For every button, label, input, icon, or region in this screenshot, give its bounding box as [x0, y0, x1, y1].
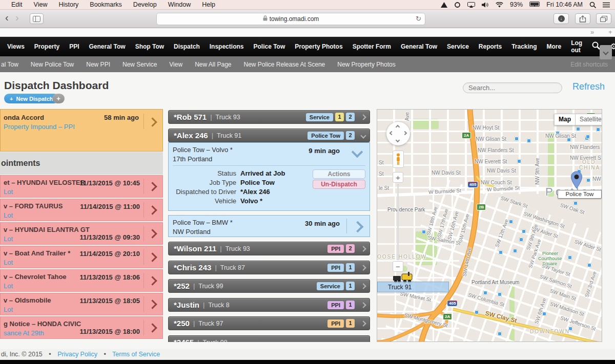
downloads-button[interactable]: ↓: [554, 13, 569, 24]
map-pan-control[interactable]: [386, 122, 410, 145]
chevron-right-icon[interactable]: [148, 182, 157, 191]
transit-stop-icon[interactable]: [483, 291, 487, 295]
shortcut-new-service[interactable]: New Service: [122, 61, 157, 68]
chevron-right-icon[interactable]: [360, 302, 366, 308]
appointment-row[interactable]: v – Oldsmobile Lot 11/13/2015 @ 18:05: [0, 293, 163, 315]
appointment-row[interactable]: v – HYUNDAI ELANTRA GT Lot 11/13/2015 @ …: [0, 222, 163, 245]
transit-stop-icon[interactable]: [475, 310, 479, 314]
appointment-link[interactable]: Lot: [4, 235, 13, 243]
chevron-down-icon[interactable]: [352, 146, 363, 158]
driver-row[interactable]: *Chris 243|Truck 87 PPI1: [168, 261, 370, 274]
transit-stop-icon[interactable]: [509, 220, 513, 224]
appointment-link[interactable]: Lot: [4, 188, 13, 196]
chevron-right-icon[interactable]: [360, 114, 366, 120]
menu-view[interactable]: View: [34, 1, 48, 8]
chevron-right-icon[interactable]: [360, 246, 366, 251]
nav-search-icon[interactable]: [592, 41, 600, 52]
bookmarks-overflow-button[interactable]: »: [590, 28, 594, 36]
appointment-row[interactable]: v – Boat And Trailer * Lot 11/14/2015 @ …: [0, 246, 163, 268]
dispatch-alert-card[interactable]: onda Accord 58 min ago Property Impound …: [0, 109, 163, 152]
appointment-link[interactable]: Lot: [4, 306, 13, 313]
map[interactable]: AveStStle StNW Hoyt StNW Glisan StNW Gli…: [377, 109, 602, 342]
spotlight-icon[interactable]: [589, 2, 596, 8]
transit-stop-icon[interactable]: [513, 249, 517, 253]
chevron-right-icon[interactable]: [148, 276, 157, 285]
un-dispatch-button[interactable]: Un-Dispatch: [313, 180, 365, 189]
chevron-right-icon[interactable]: [360, 283, 366, 289]
back-button[interactable]: ‹: [5, 12, 9, 24]
shortcut-new-ppi[interactable]: New PPI: [86, 61, 110, 68]
pan-left-icon[interactable]: [389, 131, 394, 135]
chevron-right-icon[interactable]: [352, 221, 364, 233]
terms-of-service-link[interactable]: Terms of Service: [112, 351, 160, 358]
google-drive-icon[interactable]: [441, 2, 447, 8]
chevron-down-icon[interactable]: [360, 133, 366, 138]
appointment-link[interactable]: Lot: [4, 282, 13, 290]
menu-develop[interactable]: Develop: [133, 1, 157, 8]
chevron-right-icon[interactable]: [360, 265, 366, 270]
nav-shop-tow[interactable]: Shop Tow: [135, 43, 164, 50]
transit-stop-icon[interactable]: [586, 178, 590, 182]
search-input[interactable]: [463, 83, 562, 93]
alert-link[interactable]: Property Impound – PPI: [4, 123, 75, 131]
chevron-right-icon[interactable]: [148, 117, 157, 126]
menu-window[interactable]: Window: [168, 1, 191, 8]
notification-center-icon[interactable]: [603, 2, 610, 8]
driver-row[interactable]: *252|Truck 99 Service1: [168, 279, 370, 293]
refresh-link[interactable]: Refresh: [572, 81, 605, 92]
privacy-policy-link[interactable]: Privacy Policy: [57, 351, 97, 358]
map-type-map-button[interactable]: Map: [554, 114, 576, 125]
edit-shortcuts-link[interactable]: Edit shortcuts: [570, 61, 608, 68]
transit-stop-icon[interactable]: [568, 255, 572, 260]
appointment-link[interactable]: Lot: [4, 211, 13, 219]
new-tab-button[interactable]: +: [608, 28, 612, 36]
actions-button[interactable]: Actions: [313, 169, 365, 179]
address-bar[interactable]: towing.omadi.com ↻: [156, 13, 425, 25]
transit-stop-icon[interactable]: [576, 127, 580, 131]
shortcut-new-police-release[interactable]: New Police Release At Scene: [244, 61, 325, 68]
shortcut-al-tow[interactable]: al Tow: [1, 61, 18, 68]
chevron-right-icon[interactable]: [360, 320, 366, 326]
menu-help[interactable]: Help: [202, 1, 215, 8]
wifi-icon[interactable]: [496, 2, 503, 8]
zoom-slider[interactable]: [397, 184, 399, 260]
appointment-row[interactable]: v – Chevrolet Tahoe Lot 11/13/2015 @ 18:…: [0, 269, 163, 292]
driver-row[interactable]: *2465|Truck 98: [168, 335, 370, 342]
volume-icon[interactable]: [482, 2, 489, 8]
transit-stop-icon[interactable]: [498, 292, 502, 296]
sidebar-button[interactable]: [30, 13, 44, 24]
shortcut-new-police-tow[interactable]: New Police Tow: [31, 61, 74, 68]
transit-stop-icon[interactable]: [517, 159, 521, 163]
transit-stop-icon[interactable]: [596, 127, 600, 132]
nav-more[interactable]: More: [547, 43, 562, 50]
driver-row[interactable]: *Wilson 211|Truck 93 PPI2: [168, 242, 370, 255]
police-tow-marker-label[interactable]: Police Tow: [558, 190, 602, 199]
transit-stop-icon[interactable]: [586, 135, 590, 139]
nav-dropdown-button[interactable]: [600, 45, 612, 59]
transit-stop-icon[interactable]: [587, 263, 591, 267]
chevron-right-icon[interactable]: [148, 323, 157, 332]
nav-police-tow[interactable]: Police Tow: [253, 43, 285, 50]
airplay-icon[interactable]: [467, 2, 475, 8]
transit-stop-icon[interactable]: [519, 238, 523, 242]
transit-stop-icon[interactable]: [522, 229, 526, 233]
nav-ppi[interactable]: PPI: [69, 43, 79, 50]
nav-reports[interactable]: Reports: [479, 43, 502, 50]
transit-stop-icon[interactable]: [498, 332, 502, 336]
chevron-right-icon[interactable]: [148, 205, 157, 215]
transit-stop-icon[interactable]: [542, 312, 546, 316]
appointment-row[interactable]: et – HYUNDAI VELOSTER Lot 11/13/2015 @ 1…: [0, 175, 163, 198]
shortcut-new-all-page[interactable]: New All Page: [195, 61, 231, 68]
nav-inspections[interactable]: Inspections: [210, 43, 244, 50]
menu-edit[interactable]: Edit: [11, 1, 23, 8]
pan-right-icon[interactable]: [403, 131, 407, 135]
nav-general-tow-2[interactable]: General Tow: [401, 43, 437, 50]
chevron-right-icon[interactable]: [148, 229, 157, 238]
nav-service[interactable]: Service: [447, 43, 469, 50]
appointment-link[interactable]: Lot: [4, 259, 13, 266]
share-button[interactable]: [575, 13, 590, 24]
map-type-satellite-button[interactable]: Satellite: [576, 114, 602, 125]
transit-stop-icon[interactable]: [527, 139, 531, 143]
add-button[interactable]: +: [52, 94, 65, 103]
pan-down-icon[interactable]: [396, 138, 400, 142]
